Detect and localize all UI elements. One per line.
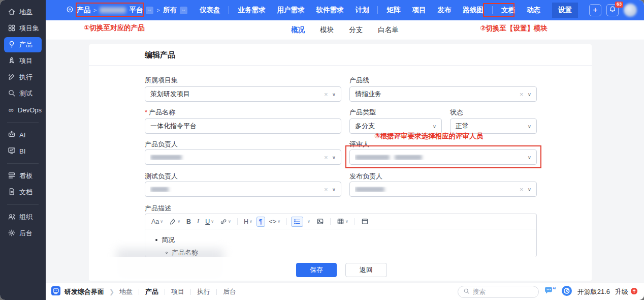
- heading-button[interactable]: H∨: [242, 217, 254, 226]
- code-button[interactable]: <>∨: [267, 217, 282, 226]
- sidebar-item-execution[interactable]: 执行: [4, 70, 42, 85]
- product-owner-select[interactable]: × ∨: [145, 149, 341, 165]
- clear-icon[interactable]: ×: [520, 91, 524, 98]
- sidebar-item-org[interactable]: 组织: [4, 209, 42, 225]
- add-button[interactable]: +: [589, 4, 601, 16]
- breadcrumb-module[interactable]: 产品: [77, 6, 90, 15]
- ai-chat-icon[interactable]: AI: [544, 286, 556, 297]
- sidebar-item-product[interactable]: 产品: [4, 37, 42, 52]
- breadcrumb-product[interactable]: 平台: [129, 6, 143, 15]
- nav-item-dashboard[interactable]: 仪表盘: [200, 6, 220, 15]
- chevron-down-icon[interactable]: ∨: [433, 124, 436, 129]
- link-button[interactable]: ∨: [218, 217, 233, 226]
- nav-item-settings[interactable]: 设置: [552, 3, 578, 18]
- underline-button[interactable]: U∨: [203, 217, 216, 226]
- sidebar-collapse-button[interactable]: [0, 285, 46, 295]
- avatar[interactable]: [624, 4, 637, 17]
- breadcrumb-scope[interactable]: 所有: [163, 6, 177, 15]
- chevron-down-icon[interactable]: ∨: [528, 155, 531, 160]
- search-input[interactable]: [473, 288, 524, 295]
- field-label-release-owner: 发布负责人: [349, 172, 382, 181]
- tab-overview[interactable]: 概况: [291, 25, 305, 35]
- paragraph-button[interactable]: ¶: [256, 217, 265, 227]
- nav-item-user-req[interactable]: 用户需求: [277, 6, 304, 15]
- chevron-down-icon[interactable]: ∨: [528, 92, 531, 97]
- breadcrumb-separator: >: [156, 7, 159, 13]
- app-window: 地盘 项目集 产品 项目 执行 测试 ∞ DevOps AI: [0, 0, 644, 300]
- footer-tab-execution[interactable]: 执行: [197, 287, 210, 296]
- reviewers-select[interactable]: ∨: [349, 149, 537, 165]
- nav-item-doc[interactable]: 文档: [501, 6, 515, 15]
- footer-tab-project[interactable]: 项目: [171, 287, 184, 296]
- version-label[interactable]: 开源版21.6: [577, 287, 610, 296]
- sidebar-item-doc[interactable]: 文档: [4, 185, 42, 200]
- footer-tab-product[interactable]: 产品: [145, 287, 158, 296]
- sidebar-item-dashboard[interactable]: 地盘: [4, 5, 42, 20]
- product-name-input[interactable]: 一体化指令平台: [145, 118, 341, 134]
- sidebar-item-program[interactable]: 项目集: [4, 21, 42, 36]
- bullet-icon: [155, 239, 157, 241]
- clear-icon[interactable]: ×: [520, 186, 524, 193]
- nav-item-dynamic[interactable]: 动态: [527, 6, 540, 15]
- nav-item-project[interactable]: 项目: [412, 6, 426, 15]
- chevron-down-icon[interactable]: ∨: [528, 187, 531, 192]
- sidebar-item-project[interactable]: 项目: [4, 53, 42, 69]
- test-owner-select[interactable]: × ∨: [145, 182, 341, 197]
- breadcrumb: 产品 > 平台 > 所有: [66, 6, 187, 15]
- app-switcher[interactable]: 研发综合界面: [51, 286, 104, 297]
- field-label-product-name: *产品名称: [145, 108, 175, 117]
- nav-item-business-req[interactable]: 业务需求: [238, 6, 265, 15]
- image-button[interactable]: [314, 217, 326, 226]
- clear-icon[interactable]: ×: [324, 91, 328, 98]
- plus-icon: +: [593, 6, 597, 14]
- redacted-name: [355, 155, 390, 160]
- notifications-button[interactable]: 63: [606, 4, 619, 16]
- clear-icon[interactable]: ×: [324, 186, 328, 193]
- panel-button[interactable]: [359, 217, 371, 226]
- sidebar-item-test[interactable]: 测试: [4, 86, 42, 101]
- nav-item-matrix[interactable]: 矩阵: [387, 6, 400, 15]
- sidebar-item-ai[interactable]: AI: [4, 127, 42, 142]
- nav-item-release[interactable]: 发布: [437, 6, 451, 15]
- footer-divider: [190, 289, 191, 295]
- release-owner-select[interactable]: × ∨: [349, 182, 537, 197]
- bold-button[interactable]: B: [184, 217, 193, 226]
- font-style-button[interactable]: Aa∨: [149, 217, 165, 226]
- sidebar-item-devops[interactable]: ∞ DevOps: [4, 102, 42, 117]
- chevron-down-icon[interactable]: ∨: [332, 92, 336, 97]
- footer-tab-dashboard[interactable]: 地盘: [119, 287, 133, 296]
- scope-dropdown-button[interactable]: [180, 7, 187, 14]
- top-navbar: 产品 > 平台 > 所有 仪表盘 业务需求 用户需求 软件需求 计划 矩阵 项目…: [46, 0, 644, 20]
- product-line-select[interactable]: 情指业务 × ∨: [349, 86, 537, 102]
- chevron-down-icon[interactable]: ∨: [528, 124, 531, 129]
- format-brush-button[interactable]: ∨: [167, 217, 182, 226]
- list-dropdown[interactable]: ∨: [305, 218, 312, 225]
- list-button[interactable]: [291, 217, 303, 227]
- sidebar-item-kanban[interactable]: 看板: [4, 168, 42, 184]
- toolbar-divider: [330, 218, 331, 225]
- italic-button[interactable]: I: [195, 217, 201, 226]
- sidebar-item-admin[interactable]: 后台: [4, 226, 42, 241]
- nav-item-roadmap[interactable]: 路线图: [463, 6, 484, 15]
- grid-icon: [8, 24, 16, 34]
- upgrade-link[interactable]: 升级: [615, 287, 638, 296]
- save-button[interactable]: 保存: [296, 263, 337, 277]
- footer-tab-admin[interactable]: 后台: [223, 287, 236, 296]
- clear-icon[interactable]: ×: [324, 154, 328, 161]
- nav-item-plan[interactable]: 计划: [355, 6, 369, 15]
- tab-whitelist[interactable]: 白名单: [378, 25, 399, 35]
- product-dropdown-button[interactable]: [146, 7, 153, 14]
- field-label-status: 状态: [450, 108, 463, 117]
- tab-module[interactable]: 模块: [320, 25, 334, 35]
- chevron-down-icon[interactable]: ∨: [332, 155, 336, 160]
- sidebar-item-bi[interactable]: BI: [4, 143, 42, 159]
- chevron-down-icon[interactable]: ∨: [332, 187, 336, 192]
- svg-text:AI: AI: [553, 287, 556, 290]
- footer-divider: [216, 289, 217, 295]
- nav-item-software-req[interactable]: 软件需求: [316, 6, 343, 15]
- project-set-select[interactable]: 策划研发项目 × ∨: [145, 86, 341, 102]
- table-button[interactable]: ∨: [335, 217, 350, 226]
- back-button[interactable]: 返回: [345, 263, 387, 277]
- search-box[interactable]: [458, 286, 539, 298]
- tab-branch[interactable]: 分支: [349, 25, 363, 35]
